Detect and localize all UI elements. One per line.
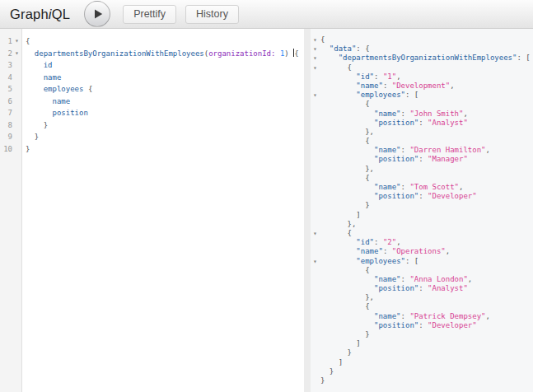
code-line: "id": "1", — [320, 72, 533, 82]
query-editor-code[interactable]: { departmentsByOrganizationWithEmployees… — [22, 29, 304, 392]
code-line: "name": "Patrick Dempsey", — [320, 312, 533, 321]
fold-arrow-icon[interactable]: ▾ — [311, 91, 320, 100]
gutter-row — [311, 146, 320, 155]
gutter-row: 6 — [0, 96, 21, 108]
code-line: { — [26, 35, 304, 48]
gutter-row: 3 — [0, 59, 21, 72]
gutter-row: 4 — [0, 72, 21, 84]
gutter-row — [311, 82, 320, 91]
code-line: "name": "Darren Hamilton", — [320, 146, 533, 155]
gutter-row — [311, 119, 320, 128]
code-line: ] — [320, 211, 533, 220]
gutter-row — [311, 211, 320, 220]
code-line: } — [320, 348, 533, 357]
code-line: { — [320, 137, 533, 146]
code-line: "id": "2", — [320, 238, 533, 247]
logo-text: Graph — [10, 7, 49, 21]
execute-query-button[interactable] — [84, 1, 110, 27]
line-number: 3 — [0, 59, 12, 72]
gutter-row — [311, 266, 320, 275]
gutter-row: ▾ — [311, 91, 320, 100]
gutter-row — [311, 247, 320, 256]
gutter-row — [311, 302, 320, 311]
fold-arrow-icon[interactable]: ▾ — [12, 48, 21, 60]
code-line: "name": "Tom Scott", — [320, 183, 533, 192]
pane-divider[interactable] — [304, 29, 311, 392]
gutter-row: ▾ — [311, 63, 320, 72]
code-line: { — [320, 229, 533, 238]
code-line: name — [26, 72, 304, 84]
code-line: } — [320, 367, 533, 376]
gutter-row — [311, 367, 320, 376]
line-number: 10 — [0, 143, 12, 156]
history-button[interactable]: History — [185, 5, 239, 24]
code-line: "position": "Developer" — [320, 321, 533, 330]
code-line: }, — [320, 293, 533, 302]
code-line: { — [320, 266, 533, 275]
gutter-row: 9 — [0, 131, 21, 143]
gutter-row — [311, 339, 320, 348]
line-number: 4 — [0, 72, 12, 84]
fold-arrow-icon[interactable]: ▾ — [311, 229, 320, 238]
code-line: "name": "Development", — [320, 82, 533, 91]
logo-text-ql: QL — [52, 7, 70, 21]
toolbar: GraphiQL Prettify History — [0, 0, 533, 29]
code-line: "position": "Developer" — [320, 192, 533, 201]
gutter-row: ▾ — [311, 44, 320, 54]
gutter-row — [311, 348, 320, 357]
gutter-row: 10 — [0, 143, 21, 156]
gutter-row — [311, 284, 320, 293]
graphiql-app-window: GraphiQL Prettify History 1▾2▾345678910 … — [0, 0, 533, 392]
gutter-row — [311, 155, 320, 164]
code-line: "position": "Manager" — [320, 155, 533, 164]
code-line: } — [26, 131, 304, 143]
code-line: } — [320, 201, 533, 210]
gutter-row — [311, 220, 320, 229]
gutter-row — [311, 312, 320, 321]
play-icon — [92, 9, 103, 19]
code-line: }, — [320, 128, 533, 137]
line-number: 2 — [0, 48, 12, 60]
gutter-row — [311, 376, 320, 385]
result-viewer-code: { "data": { "departmentsByOrganizationWi… — [320, 29, 533, 392]
gutter-row — [311, 201, 320, 210]
query-editor-gutter: 1▾2▾345678910 — [0, 29, 22, 392]
gutter-row — [311, 330, 320, 339]
code-line: "position": "Analyst" — [320, 119, 533, 128]
code-line: { — [320, 63, 533, 72]
query-editor[interactable]: 1▾2▾345678910 { departmentsByOrganizatio… — [0, 29, 304, 392]
fold-arrow-icon[interactable]: ▾ — [311, 44, 320, 54]
gutter-row: 8 — [0, 119, 21, 132]
gutter-row — [311, 174, 320, 183]
gutter-row: ▾ — [311, 35, 320, 44]
fold-arrow-icon[interactable]: ▾ — [311, 63, 320, 72]
gutter-row — [311, 192, 320, 201]
line-number: 5 — [0, 83, 12, 96]
gutter-row — [311, 293, 320, 302]
gutter-row: 2▾ — [0, 48, 21, 60]
prettify-button[interactable]: Prettify — [123, 5, 176, 24]
code-line: } — [320, 330, 533, 339]
fold-arrow-icon[interactable]: ▾ — [311, 54, 320, 63]
gutter-row — [311, 110, 320, 119]
code-line: "position": "Analyst" — [320, 284, 533, 293]
fold-arrow-icon[interactable]: ▾ — [12, 35, 21, 48]
gutter-row — [311, 100, 320, 109]
code-line: "employees": [ — [320, 257, 533, 266]
code-line: { — [320, 302, 533, 311]
gutter-row — [311, 358, 320, 367]
fold-arrow-icon[interactable]: ▾ — [311, 35, 320, 44]
gutter-row: ▾ — [311, 54, 320, 63]
code-line: }, — [320, 220, 533, 229]
code-line: "employees": [ — [320, 91, 533, 100]
code-line: departmentsByOrganizationWithEmployees(o… — [26, 48, 304, 60]
code-line: { — [320, 35, 533, 44]
gutter-row — [311, 137, 320, 146]
code-line: ] — [320, 339, 533, 348]
line-number: 8 — [0, 119, 12, 132]
gutter-row — [311, 238, 320, 247]
gutter-row: ▾ — [311, 257, 320, 266]
line-number: 1 — [0, 35, 12, 48]
line-number: 7 — [0, 107, 12, 119]
fold-arrow-icon[interactable]: ▾ — [311, 257, 320, 266]
